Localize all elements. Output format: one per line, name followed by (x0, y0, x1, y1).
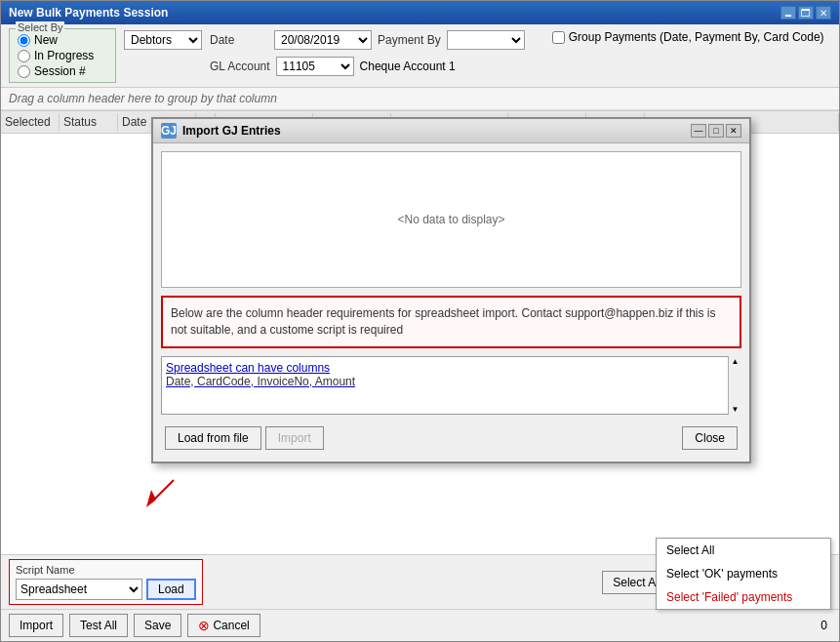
arrow-indicator (146, 478, 176, 582)
dialog-minimize[interactable]: — (691, 124, 706, 138)
import-dialog: GJ Import GJ Entries — □ ✕ <No data to d… (151, 117, 751, 463)
scroll-up[interactable]: ▲ (729, 356, 741, 367)
dialog-close-button[interactable]: Close (682, 426, 738, 450)
dropdown-select-all[interactable]: Select All (657, 539, 830, 562)
info-text: Below are the column header requirements… (171, 306, 715, 337)
dropdown-select-failed[interactable]: Select 'Failed' payments (657, 585, 830, 609)
dialog-title-text: Import GJ Entries (182, 124, 281, 138)
info-box: Below are the column header requirements… (161, 296, 741, 348)
dialog-import-button[interactable]: Import (265, 426, 324, 450)
data-grid-area: <No data to display> (161, 151, 741, 288)
spreadsheet-columns-label: Spreadsheet can have columns (166, 361, 723, 375)
dialog-title-bar: GJ Import GJ Entries — □ ✕ (153, 119, 749, 143)
arrow-svg (146, 478, 176, 507)
svg-marker-1 (146, 490, 156, 507)
dialog-footer-left: Load from file Import (165, 426, 324, 450)
scroll-bar: ▲ ▼ (728, 356, 741, 415)
dropdown-menu: Select All Select 'OK' payments Select '… (656, 538, 831, 610)
dialog-content: <No data to display> Below are the colum… (153, 143, 749, 461)
no-data-text: <No data to display> (397, 213, 504, 226)
columns-container: Spreadsheet can have columns Date, CardC… (161, 356, 741, 415)
dialog-close[interactable]: ✕ (726, 124, 741, 138)
dialog-icon: GJ (161, 123, 177, 139)
load-from-file-button[interactable]: Load from file (165, 426, 261, 450)
dialog-controls: — □ ✕ (691, 124, 741, 138)
scroll-down[interactable]: ▼ (729, 404, 741, 415)
dialog-footer: Load from file Import Close (161, 422, 741, 454)
dialog-maximize[interactable]: □ (708, 124, 724, 138)
dialog-footer-right: Close (682, 426, 738, 450)
spreadsheet-columns-value: Date, CardCode, InvoiceNo, Amount (166, 375, 723, 388)
dropdown-select-ok[interactable]: Select 'OK' payments (657, 562, 830, 585)
dialog-title-left: GJ Import GJ Entries (161, 123, 281, 139)
columns-text-area[interactable]: Spreadsheet can have columns Date, CardC… (161, 356, 741, 415)
